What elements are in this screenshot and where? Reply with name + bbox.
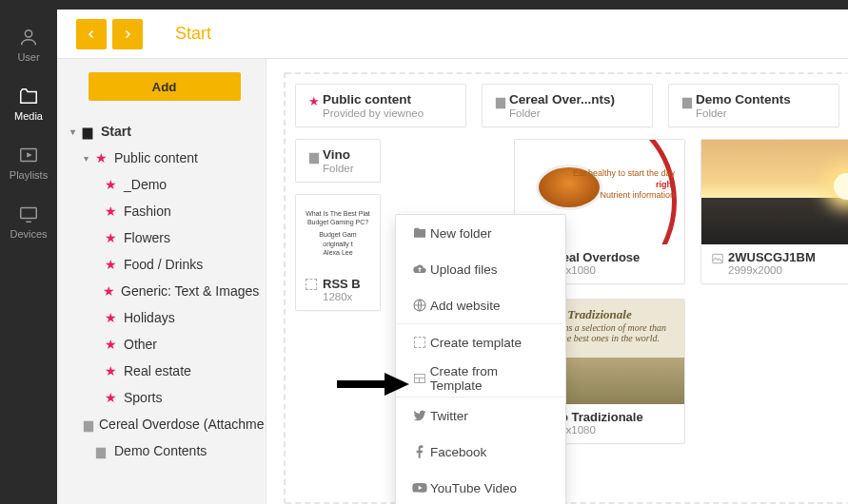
tree-pub-8[interactable]: ★Sports — [70, 384, 258, 411]
card-title: Cereal Over...nts) — [509, 92, 615, 107]
tree-pub-4[interactable]: ★Generic: Text & Images — [70, 278, 258, 304]
card-foot-title: 2WUSCGJ1BM — [728, 250, 848, 264]
annotation-arrow — [333, 371, 409, 397]
globe-icon — [409, 298, 430, 313]
card-demo-folder[interactable]: ▆ Demo Contents Folder — [668, 84, 839, 127]
tree-folder-1[interactable]: ▆Demo Contents — [70, 437, 258, 464]
left-rail: User Media Playlists Devices — [0, 10, 57, 504]
star-icon: ★ — [103, 257, 118, 272]
folder-icon: ▆ — [80, 125, 95, 139]
thumb-text: right — [573, 180, 675, 191]
tree-start[interactable]: ▾ ▆ Start — [70, 118, 258, 145]
card-subtitle: Folder — [509, 107, 615, 119]
app: User Media Playlists Devices — [0, 10, 848, 504]
rail-playlists[interactable]: Playlists — [10, 145, 48, 181]
nav-back-button[interactable] — [76, 19, 107, 49]
menu-label: Create template — [430, 336, 522, 350]
card-public[interactable]: ★ Public content Provided by viewneo — [295, 84, 466, 127]
menu-website[interactable]: Add website — [396, 287, 565, 323]
tree-pub-7[interactable]: ★Real estate — [70, 358, 258, 384]
menu-youtube[interactable]: YouTube Video — [396, 470, 565, 504]
rail-devices[interactable]: Devices — [10, 204, 47, 240]
svg-point-0 — [25, 30, 31, 37]
svg-rect-2 — [21, 208, 37, 219]
card-vino-folder[interactable]: ▆ Vino Folder — [295, 139, 381, 183]
tree-public-label: Public content — [114, 150, 198, 165]
tree-pub-1[interactable]: ★Fashion — [70, 198, 258, 224]
card-cereal-folder[interactable]: ▆ Cereal Over...nts) Folder — [482, 84, 653, 127]
main: Start Add ▾ ▆ Start ▾ ★ Public content ★… — [57, 10, 848, 504]
sunset-thumb — [701, 140, 848, 244]
tree-public[interactable]: ▾ ★ Public content — [70, 145, 258, 171]
star-icon: ★ — [103, 204, 118, 219]
rail-devices-label: Devices — [10, 228, 47, 240]
tree-item-label: Fashion — [124, 204, 171, 219]
tree-item-label: Food / Drinks — [124, 257, 203, 272]
add-button[interactable]: Add — [89, 72, 241, 101]
star-icon: ★ — [103, 177, 118, 192]
tree-pub-6[interactable]: ★Other — [70, 331, 258, 358]
upload-icon — [409, 262, 430, 277]
star-icon: ★ — [103, 283, 115, 299]
star-icon: ★ — [103, 363, 118, 378]
menu-new-folder[interactable]: New folder — [396, 215, 565, 251]
youtube-icon — [409, 480, 430, 495]
from-template-icon — [409, 374, 430, 383]
menu-label: Upload files — [430, 262, 498, 277]
folder-icon: ▆ — [84, 417, 93, 432]
caret-down-icon: ▾ — [84, 153, 93, 164]
menu-upload[interactable]: Upload files — [396, 251, 565, 287]
folder-icon: ▆ — [306, 147, 323, 174]
thumb-text: Budget Gam — [306, 230, 370, 239]
facebook-icon — [409, 444, 430, 459]
card-foot-sub: 1280x — [323, 291, 370, 302]
card-title: Demo Contents — [696, 92, 791, 107]
menu-label: YouTube Video — [430, 481, 517, 495]
tree-pub-3[interactable]: ★Food / Drinks — [70, 251, 258, 278]
thumb-text: originally t — [306, 240, 370, 248]
tree-item-label: Cereal Overdose (Attachme — [99, 417, 265, 432]
grid-row1: ★ Public content Provided by viewneo ▆ C… — [295, 84, 847, 127]
menu-create-template[interactable]: Create template — [396, 324, 565, 360]
tree-item-label: Sports — [124, 390, 162, 405]
menu-label: Facebook — [430, 445, 486, 459]
rail-playlists-label: Playlists — [10, 169, 48, 181]
menu-facebook[interactable]: Facebook — [396, 434, 565, 470]
menu-from-template[interactable]: Create from Template — [396, 360, 565, 397]
thumb-text: Eat healthy to start the day — [573, 168, 675, 180]
rss-thumb: What Is The Best Plat Budget Gaming PC? … — [296, 195, 380, 271]
menu-label: Twitter — [430, 409, 468, 423]
menu-label: New folder — [430, 226, 492, 241]
tree-folder-0[interactable]: ▆Cereal Overdose (Attachme — [70, 411, 258, 437]
tree-item-label: Flowers — [124, 230, 170, 245]
tree-pub-5[interactable]: ★Holidays — [70, 304, 258, 331]
card-subtitle: Provided by viewneo — [323, 107, 424, 119]
rail-user[interactable]: User — [17, 27, 39, 63]
rail-media[interactable]: Media — [14, 86, 43, 122]
tree-item-label: _Demo — [124, 177, 167, 192]
create-template-icon — [409, 337, 430, 348]
menu-label: Add website — [430, 299, 501, 313]
card-rss[interactable]: What Is The Best Plat Budget Gaming PC? … — [295, 194, 381, 311]
user-icon — [18, 27, 39, 48]
card-title: Public content — [323, 92, 424, 107]
breadcrumb[interactable]: Start — [175, 24, 211, 44]
tree-item-label: Demo Contents — [114, 443, 207, 458]
star-icon: ★ — [103, 310, 118, 325]
tree-item-label: Other — [124, 337, 157, 352]
nav-forward-button[interactable] — [112, 19, 143, 49]
card-subtitle: Folder — [696, 107, 791, 119]
star-icon: ★ — [306, 92, 323, 119]
media-icon — [18, 86, 39, 107]
thumb-text: What Is The Best Plat — [306, 209, 370, 218]
tree-pub-2[interactable]: ★Flowers — [70, 224, 258, 251]
rail-user-label: User — [17, 51, 39, 63]
window-topbar — [0, 0, 848, 10]
svg-marker-6 — [385, 373, 409, 396]
menu-twitter[interactable]: Twitter — [396, 397, 565, 434]
star-icon: ★ — [103, 390, 118, 405]
card-sunset[interactable]: 2WUSCGJ1BM 2999x2000 — [700, 139, 848, 284]
menu-label: Create from Template — [430, 364, 552, 393]
tree-pub-0[interactable]: ★_Demo — [70, 171, 258, 198]
caret-down-icon: ▾ — [70, 126, 80, 137]
